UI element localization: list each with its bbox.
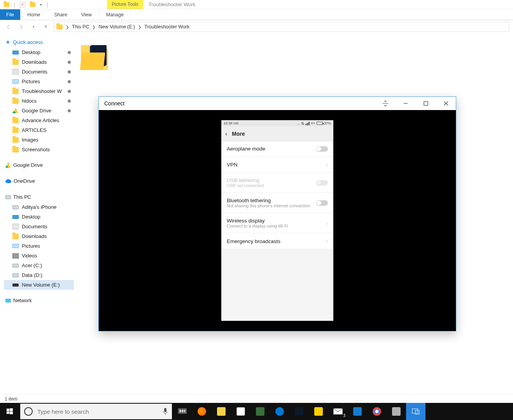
tab-home[interactable]: Home [20, 9, 47, 20]
mic-icon[interactable] [163, 408, 168, 415]
phone-mirror: 10:38 AM … ⇅ H+ 37% ‹ More Aeroplane mod… [221, 120, 333, 321]
taskbar-app-firefox[interactable] [192, 403, 212, 420]
qat-dropdown-icon[interactable]: ▾ [40, 3, 42, 7]
taskbar-app-note[interactable] [309, 403, 328, 420]
open-folder-icon[interactable] [30, 2, 35, 7]
tree-item-label: Google Drive [22, 108, 51, 114]
tree-item[interactable]: Acer (C:) [4, 261, 74, 270]
tab-view[interactable]: View [74, 9, 99, 20]
taskbar-search[interactable] [20, 404, 172, 419]
google-drive-label: Google Drive [13, 162, 43, 168]
breadcrumb-root-icon[interactable] [56, 24, 63, 30]
tree-item[interactable]: Documents [4, 67, 74, 77]
taskbar-app-kodi[interactable] [289, 403, 309, 420]
pin-icon [68, 109, 71, 112]
folder-icon [12, 147, 19, 152]
tree-item[interactable]: Screenshots [4, 145, 74, 154]
setting-emergency-broadcasts[interactable]: Emergency broadcasts › [221, 233, 333, 249]
tree-item[interactable]: Aditya's iPhone [4, 202, 74, 212]
search-input[interactable] [37, 408, 159, 415]
this-pc-header[interactable]: This PC [4, 192, 74, 202]
chevron-right-icon[interactable]: ❯ [92, 25, 95, 29]
setting-wireless-display[interactable]: Wireless display Connect to a display us… [221, 213, 333, 233]
expand-icon[interactable] [380, 99, 391, 108]
maximize-button[interactable] [420, 99, 432, 108]
folder-item[interactable] [81, 43, 108, 70]
taskbar-app-generic1[interactable] [250, 403, 270, 420]
setting-vpn[interactable]: VPN › [221, 157, 333, 173]
svg-rect-2 [10, 408, 13, 411]
nav-back-button[interactable] [4, 22, 13, 32]
tree-item-label: Videos [22, 253, 37, 259]
tree-item[interactable]: htdocs [4, 96, 74, 106]
breadcrumb-item[interactable]: New Volume (E:) [98, 24, 135, 30]
tree-item[interactable]: Desktop [4, 212, 74, 222]
tree-item-label: New Volume (E:) [22, 282, 60, 288]
tree-item[interactable]: Downloads [4, 231, 74, 241]
tree-item[interactable]: Videos [4, 251, 74, 261]
quick-access-label: Quick access [13, 39, 43, 45]
tree-item[interactable]: Advance Articles [4, 116, 74, 125]
taskbar-app-mail[interactable]: 3 [328, 403, 348, 420]
taskbar-app-connect[interactable] [406, 403, 425, 420]
quick-access-header[interactable]: ★ Quick access [4, 37, 74, 47]
windows-icon [6, 408, 13, 415]
tree-item[interactable]: Data (D:) [4, 270, 74, 280]
start-button[interactable] [0, 403, 19, 420]
toggle-switch[interactable] [316, 146, 328, 152]
back-button[interactable]: ‹ [225, 130, 227, 137]
chevron-right-icon: › [326, 220, 328, 226]
tab-share[interactable]: Share [47, 9, 74, 20]
tab-manage[interactable]: Manage [99, 9, 131, 20]
taskbar-app-generic2[interactable] [348, 403, 367, 420]
tree-item[interactable]: Pictures [4, 241, 74, 251]
taskbar-app-generic3[interactable] [387, 403, 406, 420]
connect-window[interactable]: Connect 10:38 AM … ⇅ H [98, 96, 456, 331]
tree-item-label: Images [22, 137, 39, 143]
drive-icon [12, 264, 19, 268]
google-drive-root[interactable]: Google Drive [4, 160, 74, 170]
pin-icon [68, 61, 71, 64]
data-arrows-icon: ⇅ [301, 121, 304, 126]
tree-item[interactable]: Downloads [4, 57, 74, 67]
taskbar-app-store[interactable] [231, 403, 250, 420]
connect-title-bar[interactable]: Connect [99, 97, 456, 110]
tree-item[interactable]: Google Drive [4, 106, 74, 116]
drive-icon [12, 205, 19, 209]
properties-icon[interactable]: ✓ [20, 2, 25, 7]
task-view-button[interactable] [173, 403, 192, 420]
navigation-pane[interactable]: ★ Quick access DesktopDownloadsDocuments… [0, 33, 74, 394]
chevron-right-icon[interactable]: ❯ [138, 25, 141, 29]
tree-item[interactable]: Images [4, 135, 74, 145]
toggle-switch[interactable] [316, 200, 328, 206]
taskbar-app-edge[interactable] [270, 403, 289, 420]
tree-item[interactable]: Troubleshooter W [4, 86, 74, 96]
network-root[interactable]: Network [4, 295, 74, 306]
tree-item[interactable]: Documents [4, 222, 74, 231]
folder-icon[interactable] [4, 2, 9, 7]
contextual-tab-title: Picture Tools [107, 0, 143, 9]
tree-item-label: Pictures [22, 243, 40, 249]
taskbar-app-chrome[interactable] [367, 403, 387, 420]
setting-usb-tethering: USB tethering USB not connected [221, 173, 333, 193]
tree-item[interactable]: Desktop [4, 47, 74, 57]
minimize-button[interactable] [400, 99, 411, 108]
address-bar[interactable]: ❯ This PC ❯ New Volume (E:) ❯ Troublesho… [54, 22, 509, 32]
taskbar-app-explorer[interactable] [212, 403, 231, 420]
tab-file[interactable]: File [0, 9, 20, 20]
tree-item[interactable]: ARTICLES [4, 125, 74, 135]
onedrive-root[interactable]: OneDrive [4, 176, 74, 186]
breadcrumb-item[interactable]: Troubleshooter Work [144, 24, 189, 30]
nav-forward-button[interactable] [16, 22, 26, 32]
close-button[interactable] [440, 99, 452, 108]
setting-aeroplane-mode[interactable]: Aeroplane mode [221, 141, 333, 157]
setting-bluetooth-tethering[interactable]: Bluetooth tethering Not sharing this pho… [221, 193, 333, 213]
tree-item[interactable]: New Volume (E:) [4, 280, 74, 290]
chevron-right-icon[interactable]: ❯ [66, 25, 69, 29]
nav-up-button[interactable] [41, 22, 51, 32]
cortana-icon[interactable] [24, 407, 33, 416]
nav-history-dropdown[interactable]: ▾ [29, 22, 38, 32]
tree-item[interactable]: Pictures [4, 77, 74, 86]
quick-access-toolbar: | ✓ ▾ | [0, 0, 52, 9]
breadcrumb-item[interactable]: This PC [72, 24, 89, 30]
